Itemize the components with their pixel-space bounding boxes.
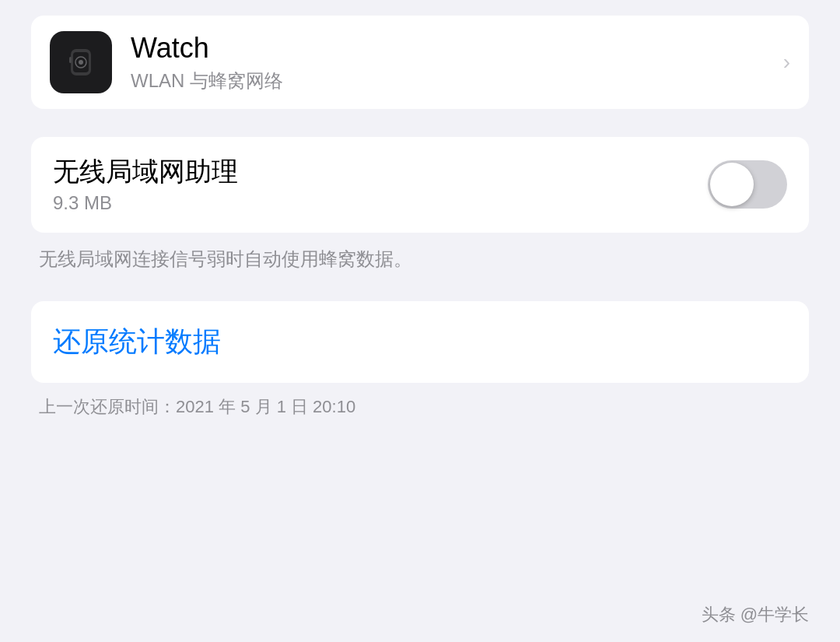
svg-rect-2 [69, 57, 72, 63]
watch-card[interactable]: Watch WLAN 与蜂窝网络 › [31, 16, 809, 109]
reset-card[interactable]: 还原统计数据 [31, 301, 809, 383]
wifi-assistant-description: 无线局域网连接信号弱时自动使用蜂窝数据。 [31, 245, 809, 273]
watch-info: Watch WLAN 与蜂窝网络 [131, 31, 783, 93]
wifi-assistant-size: 9.3 MB [53, 192, 708, 214]
page-container: Watch WLAN 与蜂窝网络 › 无线局域网助理 9.3 MB 无线局域网连… [0, 0, 840, 642]
watch-chevron-icon: › [783, 50, 790, 75]
reset-button[interactable]: 还原统计数据 [53, 323, 787, 361]
wifi-assistant-card: 无线局域网助理 9.3 MB [31, 137, 809, 233]
wifi-assistant-toggle[interactable] [708, 160, 787, 209]
wifi-assistant-info: 无线局域网助理 9.3 MB [53, 156, 708, 214]
last-reset-info: 上一次还原时间：2021 年 5 月 1 日 20:10 [31, 395, 809, 419]
watch-app-subtitle: WLAN 与蜂窝网络 [131, 68, 783, 93]
toggle-knob [710, 163, 754, 206]
watermark: 头条 @牛学长 [702, 603, 809, 626]
svg-point-4 [79, 60, 83, 65]
watch-app-icon [50, 31, 112, 93]
wifi-assistant-title: 无线局域网助理 [53, 156, 708, 188]
watch-app-title: Watch [131, 31, 783, 65]
